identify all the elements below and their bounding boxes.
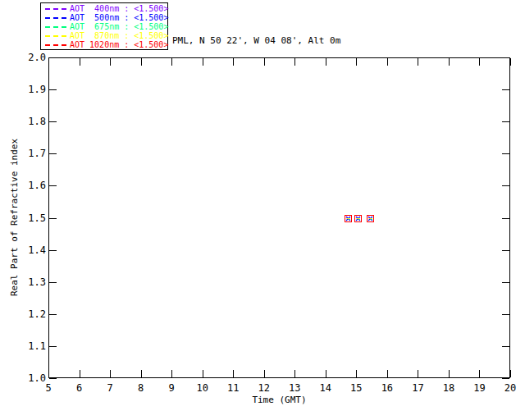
x-tick-top bbox=[203, 58, 203, 66]
x-tick-top bbox=[48, 58, 49, 66]
y-tick-right bbox=[502, 153, 509, 154]
y-tick-left bbox=[49, 89, 57, 90]
y-tick-label: 1.7 bbox=[21, 148, 46, 158]
x-tick-top bbox=[418, 58, 418, 66]
x-tick-label: 20 bbox=[494, 383, 525, 393]
y-tick-left bbox=[49, 185, 57, 186]
y-tick-label: 2.0 bbox=[21, 52, 46, 62]
x-tick-label: 15 bbox=[340, 383, 372, 393]
x-tick-bottom bbox=[479, 370, 480, 377]
plot-area: Time (GMT) Real Part of Refractive index… bbox=[0, 0, 525, 420]
y-tick-left bbox=[49, 346, 57, 347]
y-tick-label: 1.1 bbox=[21, 341, 46, 351]
x-tick-label: 17 bbox=[401, 383, 434, 393]
x-tick-label: 8 bbox=[125, 383, 158, 393]
x-tick-top bbox=[80, 58, 80, 66]
x-tick-top bbox=[479, 58, 480, 66]
data-point-marker bbox=[354, 215, 362, 222]
x-tick-top bbox=[294, 58, 295, 66]
x-tick-bottom bbox=[171, 370, 172, 377]
x-tick-bottom bbox=[80, 370, 80, 377]
y-tick-left bbox=[49, 121, 57, 122]
x-tick-label: 14 bbox=[309, 383, 342, 393]
x-tick-label: 5 bbox=[32, 383, 65, 393]
y-tick-right bbox=[502, 250, 509, 251]
x-tick-label: 6 bbox=[63, 383, 96, 393]
x-tick-bottom bbox=[203, 370, 203, 377]
x-tick-top bbox=[171, 58, 172, 66]
y-tick-left bbox=[49, 153, 57, 154]
plot-frame bbox=[48, 57, 510, 378]
y-tick-right bbox=[502, 378, 509, 379]
x-tick-label: 12 bbox=[248, 383, 281, 393]
x-axis-title: Time (GMT) bbox=[48, 395, 510, 405]
y-tick-label: 1.3 bbox=[21, 277, 46, 287]
x-tick-top bbox=[449, 58, 450, 66]
y-axis-title: Real Part of Refractive index bbox=[10, 135, 20, 299]
y-tick-right bbox=[502, 89, 509, 90]
data-point-marker bbox=[367, 215, 374, 222]
y-tick-label: 1.5 bbox=[21, 213, 46, 223]
y-tick-right bbox=[502, 185, 509, 186]
y-tick-left bbox=[49, 57, 57, 58]
x-tick-label: 18 bbox=[432, 383, 465, 393]
x-tick-label: 19 bbox=[463, 383, 495, 393]
x-tick-label: 9 bbox=[155, 383, 188, 393]
x-tick-top bbox=[510, 58, 511, 66]
y-tick-right bbox=[502, 57, 509, 58]
x-tick-bottom bbox=[418, 370, 418, 377]
y-tick-right bbox=[502, 346, 509, 347]
x-tick-label: 10 bbox=[186, 383, 219, 393]
y-tick-label: 1.4 bbox=[21, 245, 46, 255]
y-tick-right bbox=[502, 314, 509, 315]
x-tick-top bbox=[233, 58, 234, 66]
x-tick-bottom bbox=[294, 370, 295, 377]
y-tick-left bbox=[49, 378, 57, 379]
refractive-index-plot-page: AOT 400nm : <1.500>AOT 500nm : <1.500>AO… bbox=[0, 0, 525, 420]
y-tick-left bbox=[49, 218, 57, 219]
x-tick-top bbox=[387, 58, 388, 66]
x-tick-bottom bbox=[141, 370, 142, 377]
x-tick-label: 16 bbox=[371, 383, 404, 393]
y-tick-label: 1.8 bbox=[21, 116, 46, 126]
x-tick-top bbox=[356, 58, 357, 66]
y-tick-label: 1.6 bbox=[21, 180, 46, 190]
y-tick-right bbox=[502, 218, 509, 219]
data-point-marker bbox=[345, 215, 352, 222]
x-tick-bottom bbox=[233, 370, 234, 377]
y-tick-label: 1.0 bbox=[21, 373, 46, 383]
y-tick-right bbox=[502, 282, 509, 283]
x-tick-bottom bbox=[449, 370, 450, 377]
y-tick-left bbox=[49, 282, 57, 283]
y-tick-left bbox=[49, 250, 57, 251]
x-tick-bottom bbox=[110, 370, 111, 377]
x-tick-label: 11 bbox=[217, 383, 249, 393]
y-tick-right bbox=[502, 121, 509, 122]
x-tick-bottom bbox=[326, 370, 326, 377]
x-tick-top bbox=[326, 58, 326, 66]
y-tick-label: 1.2 bbox=[21, 309, 46, 319]
x-tick-bottom bbox=[387, 370, 388, 377]
x-tick-bottom bbox=[48, 370, 49, 377]
x-tick-label: 13 bbox=[278, 383, 311, 393]
x-tick-top bbox=[141, 58, 142, 66]
y-tick-label: 1.9 bbox=[21, 84, 46, 94]
x-tick-bottom bbox=[510, 370, 511, 377]
x-tick-label: 7 bbox=[94, 383, 126, 393]
x-tick-bottom bbox=[356, 370, 357, 377]
y-tick-left bbox=[49, 314, 57, 315]
x-tick-top bbox=[264, 58, 265, 66]
x-tick-bottom bbox=[264, 370, 265, 377]
x-tick-top bbox=[110, 58, 111, 66]
